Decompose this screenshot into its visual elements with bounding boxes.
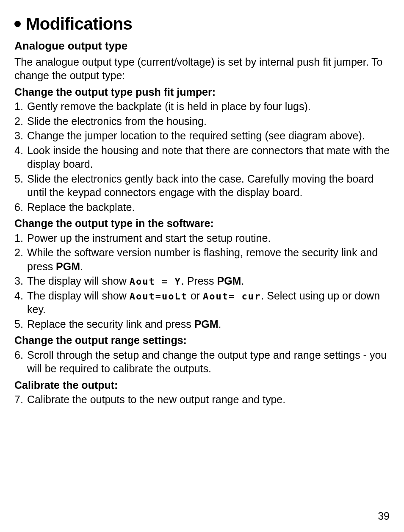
pgm-label: PGM — [56, 260, 80, 272]
item-number: 2. — [14, 114, 27, 128]
list-item: 3. The display will show Aout = Y. Press… — [14, 274, 390, 288]
text-fragment: . — [241, 275, 244, 287]
jumper-steps-list: 1.Gently remove the backplate (it is hel… — [14, 100, 390, 214]
group-title-range: Change the output range settings: — [14, 333, 390, 347]
item-text: Look inside the housing and note that th… — [27, 144, 390, 171]
list-item: 3.Change the jumper location to the requ… — [14, 129, 390, 143]
item-number: 5. — [14, 172, 27, 186]
item-text: While the software version number is fla… — [27, 246, 390, 273]
item-number: 3. — [14, 129, 27, 143]
item-text: Slide the electronics gently back into t… — [27, 172, 390, 200]
list-item: 4. The display will show Aout=uoLt or Ao… — [14, 289, 390, 316]
item-text: Replace the security link and press PGM. — [27, 317, 390, 331]
display-segment: Aout = Y — [130, 276, 181, 287]
item-number: 2. — [14, 246, 27, 260]
item-text: Scroll through the setup and change the … — [27, 348, 390, 376]
item-number: 4. — [14, 289, 27, 303]
pgm-label: PGM — [194, 318, 219, 330]
list-item: 5.Slide the electronics gently back into… — [14, 172, 390, 200]
item-text: The display will show Aout=uoLt or Aout=… — [27, 289, 390, 316]
item-text: Calibrate the outputs to the new output … — [27, 393, 390, 407]
item-number: 3. — [14, 274, 27, 288]
range-steps-list: 6.Scroll through the setup and change th… — [14, 348, 390, 376]
text-fragment: or — [188, 290, 203, 302]
text-fragment: . — [80, 260, 83, 272]
item-text: Replace the backplate. — [27, 200, 390, 214]
software-steps-list: 1.Power up the instrument and start the … — [14, 231, 390, 331]
list-item: 6.Scroll through the setup and change th… — [14, 348, 390, 376]
group-title-jumper: Change the output type push fit jumper: — [14, 85, 390, 99]
list-item: 7.Calibrate the outputs to the new outpu… — [14, 393, 390, 407]
item-number: 4. — [14, 144, 27, 158]
item-text: Change the jumper location to the requir… — [27, 129, 390, 143]
page-heading: Modifications — [14, 13, 390, 35]
group-title-calibrate: Calibrate the output: — [14, 378, 390, 392]
item-number: 6. — [14, 348, 27, 362]
item-number: 5. — [14, 317, 27, 331]
list-item: 1.Power up the instrument and start the … — [14, 231, 390, 245]
list-item: 2. While the software version number is … — [14, 246, 390, 273]
item-text: Power up the instrument and start the se… — [27, 231, 390, 245]
list-item: 1.Gently remove the backplate (it is hel… — [14, 100, 390, 114]
section-title: Analogue output type — [14, 39, 390, 53]
bullet-icon — [14, 21, 21, 27]
display-segment: Aout=uoLt — [130, 291, 188, 302]
text-fragment: . — [219, 318, 221, 330]
list-item: 5. Replace the security link and press P… — [14, 317, 390, 331]
item-number: 1. — [14, 231, 27, 245]
display-segment: Aout= cur — [203, 291, 261, 302]
text-fragment: Replace the security link and press — [27, 318, 194, 330]
pgm-label: PGM — [217, 275, 241, 287]
item-number: 7. — [14, 393, 27, 407]
heading-text: Modifications — [26, 14, 132, 33]
item-text: The display will show Aout = Y. Press PG… — [27, 274, 390, 288]
item-text: Slide the electronics from the housing. — [27, 114, 390, 128]
text-fragment: . Press — [181, 275, 217, 287]
list-item: 2.Slide the electronics from the housing… — [14, 114, 390, 128]
item-number: 1. — [14, 100, 27, 114]
calibrate-steps-list: 7.Calibrate the outputs to the new outpu… — [14, 393, 390, 407]
list-item: 4.Look inside the housing and note that … — [14, 144, 390, 171]
item-text: Gently remove the backplate (it is held … — [27, 100, 390, 114]
section-intro: The analogue output type (current/voltag… — [14, 55, 390, 83]
item-number: 6. — [14, 200, 27, 214]
group-title-software: Change the output type in the software: — [14, 216, 390, 230]
page-number: 39 — [378, 509, 390, 523]
list-item: 6.Replace the backplate. — [14, 200, 390, 214]
text-fragment: The display will show — [27, 275, 130, 287]
text-fragment: The display will show — [27, 290, 130, 302]
